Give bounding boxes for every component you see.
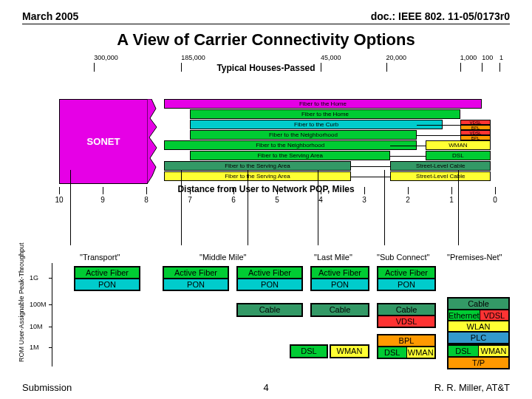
houses-passed-seg: 1,000 [460, 54, 477, 61]
connector [248, 170, 248, 245]
footer-left: Submission [22, 382, 72, 393]
ytick [49, 347, 52, 348]
stack-box: Active FiberPON [74, 266, 140, 291]
stack-cell: DSLWMAN [449, 346, 508, 357]
houses-passed-seg: 185,000 [181, 54, 205, 61]
y-axis [52, 263, 52, 366]
sonet-zig-edge [147, 99, 157, 184]
right-chip: VDSL [460, 130, 491, 135]
houses-passed-title: Typical Houses-Passed [22, 63, 510, 73]
connector [390, 156, 425, 157]
xtick-label: 7 [188, 196, 192, 204]
houses-passed-seg: 45,000 [321, 54, 341, 61]
ytick [49, 304, 52, 305]
xtick-label: 9 [100, 196, 105, 204]
right-chip: BPL [460, 135, 491, 140]
connector [458, 170, 459, 245]
vtick [181, 63, 182, 72]
stack-cell: PON [238, 279, 301, 290]
sonet-label: SONET [87, 136, 120, 147]
xtick-label: 0 [493, 196, 497, 204]
right-chip: WMAN [426, 140, 491, 150]
y-axis-title: ROM User-Assignable Peak-Throughput [18, 242, 25, 362]
stack-cell: EthernetVDSL [449, 310, 508, 321]
connector [390, 146, 425, 146]
stack-cell: Active Fiber [378, 267, 434, 279]
header-row: March 2005 doc.: IEEE 802. 11-05/0173r0 [22, 10, 510, 24]
top-diagram: Typical Houses-Passed SONET 300,000185,0… [22, 52, 510, 193]
stack-box: DSLWMANT/P [447, 344, 510, 369]
stack-cell: BPL [378, 335, 434, 347]
stack-cell: DSLWMAN [378, 347, 434, 358]
footer: Submission R. R. Miller, AT&T [22, 382, 510, 393]
stack-cell: PON [378, 279, 434, 290]
stack-box: WMAN [330, 344, 369, 358]
xtick-label: 4 [318, 196, 323, 204]
right-chip: BPL [460, 125, 491, 130]
stack-box: Cable [310, 303, 369, 317]
stack-cell-half: WMAN [479, 346, 508, 356]
page-title: A View of Carrier Connectivity Options [22, 30, 510, 50]
ytick-label: 1M [30, 344, 39, 351]
stack-box: Cable [236, 303, 303, 317]
fiber-bar: Fiber to the Serving Area [190, 151, 390, 160]
vtick [321, 63, 321, 72]
houses-passed-seg: 1 [499, 54, 503, 61]
stack-box: Active FiberPON [163, 266, 229, 291]
fiber-bar: Fiber to the Serving Area [164, 171, 352, 181]
xtick-label: 2 [406, 196, 410, 204]
vtick [386, 63, 387, 72]
xtick-label: 10 [55, 196, 63, 204]
connector [384, 170, 385, 245]
connector [417, 135, 460, 136]
xtick-label: 3 [362, 196, 366, 204]
houses-passed-seg: 100 [482, 54, 493, 61]
stack-cell: WLAN [449, 321, 508, 332]
fiber-bar: Fiber to the Home [190, 109, 460, 119]
header-date: March 2005 [22, 10, 78, 22]
xtick-label: 8 [144, 196, 149, 204]
stack-cell: Active Fiber [164, 267, 228, 279]
vtick [94, 63, 95, 72]
stack-cell: Cable [238, 304, 301, 316]
connector [181, 170, 182, 245]
ytick [49, 327, 52, 327]
stack-cell: PON [75, 279, 139, 290]
stack-cell: PON [164, 279, 228, 290]
ytick [49, 278, 52, 279]
fiber-bar: Fiber to the Curb [190, 120, 443, 129]
stack-box: BPLDSLWMAN [377, 334, 436, 359]
header-docid: doc.: IEEE 802. 11-05/0173r0 [371, 10, 510, 22]
connector [70, 170, 71, 245]
group-label: "Transport" [80, 253, 120, 262]
stack-cell: Active Fiber [312, 267, 368, 279]
houses-passed-seg: 300,000 [94, 54, 118, 61]
right-chip: VDSL [460, 120, 491, 125]
stack-box: CableVDSL [377, 303, 436, 328]
right-chip: Street-Level Cable [390, 171, 491, 181]
connector [351, 166, 390, 167]
xtick-label: 1 [449, 196, 454, 204]
stack-cell-half: DSL [449, 346, 479, 356]
houses-passed-seg: 20,000 [386, 54, 407, 61]
stack-cell-half: Ethernet [449, 310, 480, 320]
stack-cell: PLC [449, 332, 508, 343]
fiber-bar: Fiber to the Home [164, 99, 482, 109]
sonet-box: SONET [59, 99, 148, 184]
stack-box: Active FiberPON [310, 266, 369, 291]
vtick [482, 63, 482, 72]
stack-cell-half: WMAN [407, 347, 435, 358]
stack-cell: PON [312, 279, 368, 290]
stack-box: CableEthernetVDSLWLANPLC [447, 297, 510, 344]
xtick-label: 5 [275, 196, 279, 204]
group-label: "Middle Mile" [200, 253, 246, 262]
right-chip: DSL [426, 151, 491, 160]
group-label: "Premises-Net" [447, 253, 502, 262]
ytick-label: 10M [30, 323, 43, 330]
stack-box: DSL [290, 344, 328, 358]
right-chip: Street-Level Cable [390, 161, 491, 171]
stack-cell: VDSL [378, 316, 434, 327]
xaxis-title: Distance from User to Network POP, Miles [22, 184, 510, 194]
fiber-bar: Fiber to the Neighborhood [164, 140, 417, 150]
stack-cell: Cable [449, 299, 508, 310]
